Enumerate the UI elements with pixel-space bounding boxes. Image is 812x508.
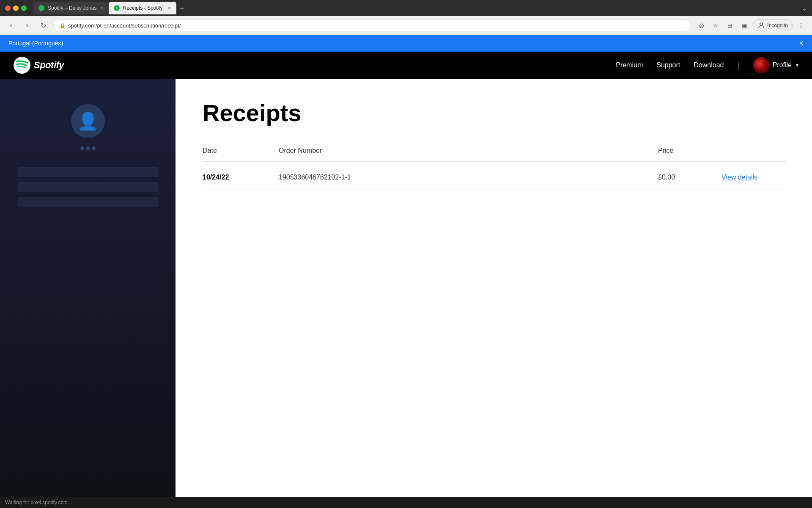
spotify-logo[interactable]: Spotify — [14, 57, 64, 74]
info-bar: Portugal (Português) × — [0, 35, 812, 52]
view-details-link[interactable]: View details — [721, 174, 757, 181]
incognito-button[interactable]: Incognito — [753, 19, 793, 31]
spotify-navbar: Spotify Premium Support Download | Profi… — [0, 52, 812, 79]
svg-point-3 — [14, 57, 30, 74]
tab-title-1: Spotify – Daisy Jonas — [48, 5, 96, 11]
row-date: 10/24/22 — [203, 174, 279, 181]
tab-favicon-2 — [114, 5, 120, 11]
premium-nav-link[interactable]: Premium — [616, 61, 643, 69]
maximize-button[interactable] — [21, 6, 27, 11]
main-layout: 👤 Receipts Date — [0, 79, 812, 497]
title-bar: Spotify – Daisy Jonas × Receipts - Spoti… — [0, 0, 812, 16]
more-options-icon[interactable]: ⋮ — [795, 19, 807, 31]
profile-avatar-image — [753, 57, 769, 73]
url-text: spotify.com/pt-en/account/subscription/r… — [68, 22, 181, 29]
sidebar-dot-2 — [86, 146, 90, 150]
traffic-lights — [5, 6, 27, 11]
sidebar-dot-3 — [92, 146, 96, 150]
nav-links: Premium Support Download | Profile ▾ — [616, 57, 798, 73]
profile-button[interactable]: Profile ▾ — [753, 57, 798, 73]
nav-divider: | — [737, 61, 739, 70]
tabs-bar: Spotify – Daisy Jonas × Receipts - Spoti… — [33, 2, 790, 14]
row-price: £0.00 — [658, 174, 721, 181]
status-bar: Waiting for pixel.spotify.com... — [0, 497, 812, 508]
refresh-button[interactable]: ↻ — [37, 19, 49, 31]
close-button[interactable] — [5, 6, 11, 11]
table-header: Date Order Number Price — [203, 147, 785, 162]
back-button[interactable]: ‹ — [5, 19, 17, 31]
toolbar-icons: ⊘ ☆ ⊞ ▣ Incognito ⋮ — [695, 19, 807, 31]
profile-avatar — [753, 57, 769, 73]
col-header-date: Date — [203, 147, 279, 155]
new-tab-button[interactable]: + — [176, 3, 188, 14]
left-sidebar: 👤 — [0, 79, 176, 497]
page-title: Receipts — [203, 99, 785, 127]
sidebar-dots — [80, 146, 96, 150]
col-header-order: Order Number — [279, 147, 658, 155]
address-bar: ‹ › ↻ 🔒 spotify.com/pt-en/account/subscr… — [0, 16, 812, 35]
tab-close-2[interactable]: × — [167, 5, 171, 11]
minimize-button[interactable] — [13, 6, 19, 11]
spotify-logo-icon — [14, 57, 30, 74]
support-nav-link[interactable]: Support — [656, 61, 680, 69]
profile-manager-icon[interactable]: ⊞ — [724, 19, 736, 31]
chevron-down-icon: ▾ — [796, 62, 798, 68]
sidebar-dot-1 — [80, 146, 84, 150]
svg-point-0 — [39, 6, 44, 10]
content-area: Receipts Date Order Number Price 10/24/2… — [176, 79, 812, 497]
row-action: View details — [721, 174, 785, 181]
sidebar-avatar: 👤 — [71, 104, 105, 138]
sidebar-user-icon: 👤 — [77, 111, 99, 131]
download-nav-link[interactable]: Download — [694, 61, 724, 69]
info-bar-link[interactable]: Portugal (Português) — [8, 40, 63, 47]
col-header-action — [721, 147, 785, 155]
lock-icon: 🔒 — [60, 23, 66, 28]
screen-reader-icon[interactable]: ⊘ — [695, 19, 707, 31]
sidebar-toggle-icon[interactable]: ▣ — [738, 19, 750, 31]
page-content: Portugal (Português) × Spotify Premium S… — [0, 35, 812, 497]
incognito-label: Incognito — [767, 22, 788, 28]
incognito-icon — [757, 22, 765, 29]
spotify-wordmark: Spotify — [34, 60, 64, 71]
info-bar-close-button[interactable]: × — [799, 39, 804, 48]
row-order-number: 1905336046762102-1-1 — [279, 174, 658, 181]
status-text: Waiting for pixel.spotify.com... — [5, 500, 72, 505]
table-row: 10/24/22 1905336046762102-1-1 £0.00 View… — [203, 165, 785, 190]
profile-name: Profile — [773, 61, 792, 69]
svg-point-1 — [115, 6, 119, 10]
browser-tab-2[interactable]: Receipts - Spotify × — [109, 2, 176, 14]
svg-point-2 — [760, 23, 763, 25]
bookmark-icon[interactable]: ☆ — [710, 19, 721, 31]
tab-title-2: Receipts - Spotify — [123, 5, 165, 11]
tab-close-1[interactable]: × — [100, 5, 103, 11]
sidebar-menu — [18, 167, 158, 213]
col-header-price: Price — [658, 147, 721, 155]
tab-favicon-1 — [38, 5, 44, 11]
forward-button[interactable]: › — [21, 19, 33, 31]
address-input[interactable]: 🔒 spotify.com/pt-en/account/subscription… — [53, 19, 691, 31]
browser-tab-1[interactable]: Spotify – Daisy Jonas × — [33, 2, 109, 14]
